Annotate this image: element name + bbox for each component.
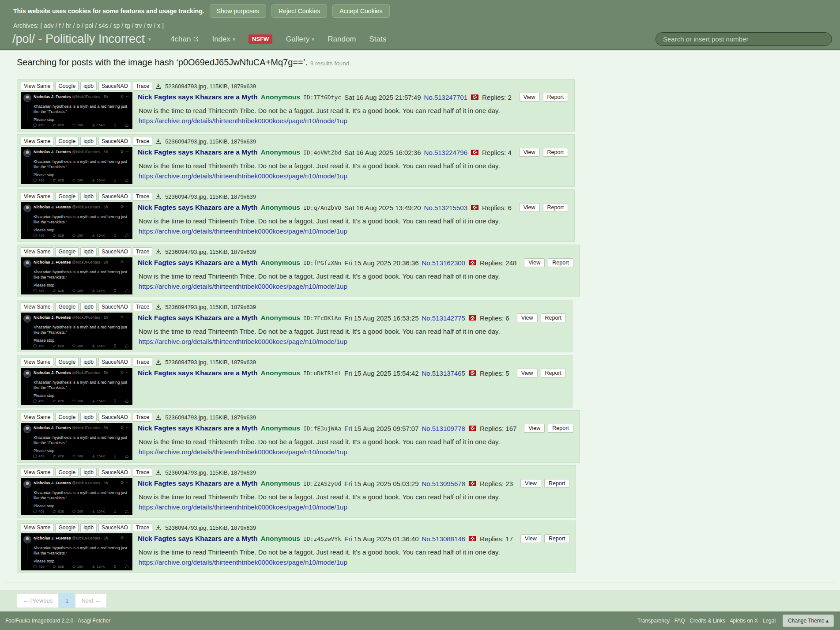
view-same-button[interactable]: View Same (21, 192, 53, 201)
download-icon[interactable] (155, 525, 161, 531)
accept-cookies-button[interactable]: Accept Cookies (332, 4, 389, 18)
saucenao-search-button[interactable]: SauceNAO (98, 247, 131, 256)
trace-search-button[interactable]: Trace (133, 82, 152, 91)
post-thumbnail-tweet[interactable]: Nicholas J. Fuentes @NickJFuentes · 5h ⊘… (21, 368, 132, 405)
report-post-button[interactable]: Report (541, 369, 566, 377)
post-number-link[interactable]: No.513109778 (422, 425, 465, 432)
post-thumbnail-tweet[interactable]: Nicholas J. Fuentes @NickJFuentes · 5h ⊘… (21, 202, 132, 239)
view-post-button[interactable]: View (520, 479, 541, 488)
archive-org-link[interactable]: https://archive.org/details/thirteenthtr… (139, 447, 347, 457)
google-search-button[interactable]: Google (55, 302, 79, 311)
google-search-button[interactable]: Google (55, 358, 79, 366)
archive-org-link[interactable]: https://archive.org/details/thirteenthtr… (139, 116, 347, 126)
google-search-button[interactable]: Google (55, 137, 79, 146)
footer-link[interactable]: Legal (763, 618, 776, 624)
report-post-button[interactable]: Report (543, 203, 569, 212)
nav-index-dropdown[interactable]: Index ▾ (212, 35, 235, 44)
view-same-button[interactable]: View Same (21, 413, 53, 422)
nav-random-link[interactable]: Random (328, 35, 356, 44)
file-meta-link[interactable]: 5236094793.jpg, 115KiB, 1879x639 (165, 414, 256, 421)
google-search-button[interactable]: Google (55, 468, 79, 477)
iqdb-search-button[interactable]: iqdb (80, 192, 97, 201)
post-number-link[interactable]: No.513215503 (424, 204, 467, 211)
saucenao-search-button[interactable]: SauceNAO (98, 468, 131, 477)
download-icon[interactable] (155, 470, 161, 475)
report-post-button[interactable]: Report (543, 148, 569, 157)
google-search-button[interactable]: Google (55, 413, 79, 422)
reject-cookies-button[interactable]: Reject Cookies (271, 4, 327, 18)
search-input[interactable] (655, 32, 832, 46)
post-thumbnail-tweet[interactable]: Nicholas J. Fuentes @NickJFuentes · 5h ⊘… (21, 257, 132, 294)
file-meta-link[interactable]: 5236094793.jpg, 115KiB, 1879x639 (165, 138, 256, 145)
view-same-button[interactable]: View Same (21, 523, 53, 532)
post-number-link[interactable]: No.513224796 (424, 149, 467, 156)
iqdb-search-button[interactable]: iqdb (80, 358, 97, 366)
google-search-button[interactable]: Google (55, 523, 79, 532)
saucenao-search-button[interactable]: SauceNAO (98, 82, 131, 91)
report-post-button[interactable]: Report (548, 424, 573, 433)
view-post-button[interactable]: View (517, 313, 538, 322)
view-post-button[interactable]: View (519, 93, 540, 102)
google-search-button[interactable]: Google (55, 247, 79, 256)
report-post-button[interactable]: Report (544, 534, 570, 543)
archive-board-link[interactable]: pol (85, 22, 94, 29)
post-number-link[interactable]: No.513088146 (422, 535, 465, 543)
nav-4chan-link[interactable]: 4chan (170, 35, 199, 44)
file-meta-link[interactable]: 5236094793.jpg, 115KiB, 1879x639 (165, 359, 256, 366)
trace-search-button[interactable]: Trace (133, 137, 152, 146)
previous-page-button[interactable]: ← Previous (17, 593, 59, 608)
post-number-link[interactable]: No.513142775 (422, 314, 465, 322)
file-meta-link[interactable]: 5236094793.jpg, 115KiB, 1879x639 (165, 83, 256, 90)
download-icon[interactable] (155, 194, 161, 200)
archive-board-link[interactable]: sp (113, 22, 120, 29)
file-meta-link[interactable]: 5236094793.jpg, 115KiB, 1879x639 (165, 469, 256, 476)
archive-board-link[interactable]: hr (66, 22, 71, 29)
archive-org-link[interactable]: https://archive.org/details/thirteenthtr… (139, 558, 347, 567)
post-thumbnail-tweet[interactable]: Nicholas J. Fuentes @NickJFuentes · 5h ⊘… (21, 478, 132, 515)
saucenao-search-button[interactable]: SauceNAO (98, 523, 131, 532)
trace-search-button[interactable]: Trace (133, 523, 152, 532)
nav-gallery-dropdown[interactable]: Gallery ▾ (286, 35, 314, 44)
saucenao-search-button[interactable]: SauceNAO (98, 192, 131, 201)
post-number-link[interactable]: No.513137465 (422, 370, 465, 377)
current-page-button[interactable]: 1 (59, 593, 75, 608)
post-thumbnail-tweet[interactable]: Nicholas J. Fuentes @NickJFuentes · 5h ⊘… (21, 533, 132, 570)
download-icon[interactable] (155, 415, 161, 420)
report-post-button[interactable]: Report (543, 93, 569, 102)
saucenao-search-button[interactable]: SauceNAO (98, 413, 131, 422)
iqdb-search-button[interactable]: iqdb (80, 302, 97, 311)
view-post-button[interactable]: View (519, 203, 540, 212)
footer-link[interactable]: Transparency (637, 618, 670, 624)
report-post-button[interactable]: Report (541, 313, 566, 322)
archive-board-link[interactable]: f (59, 22, 61, 29)
iqdb-search-button[interactable]: iqdb (80, 413, 97, 422)
download-icon[interactable] (155, 83, 161, 89)
nav-stats-link[interactable]: Stats (369, 35, 387, 44)
post-thumbnail-tweet[interactable]: Nicholas J. Fuentes @NickJFuentes · 5h ⊘… (21, 147, 132, 184)
post-number-link[interactable]: No.513247701 (424, 94, 467, 101)
archive-board-link[interactable]: trv (135, 22, 142, 29)
view-post-button[interactable]: View (524, 424, 545, 433)
google-search-button[interactable]: Google (55, 192, 79, 201)
next-page-button[interactable]: Next → (75, 593, 106, 608)
archive-board-link[interactable]: tg (125, 22, 130, 29)
view-post-button[interactable]: View (524, 258, 545, 267)
saucenao-search-button[interactable]: SauceNAO (98, 358, 131, 366)
file-meta-link[interactable]: 5236094793.jpg, 115KiB, 1879x639 (165, 524, 256, 531)
change-theme-button[interactable]: Change Theme ▴ (783, 615, 834, 627)
archive-org-link[interactable]: https://archive.org/details/thirteenthtr… (139, 502, 347, 512)
trace-search-button[interactable]: Trace (133, 192, 152, 201)
view-same-button[interactable]: View Same (21, 302, 53, 311)
archive-board-link[interactable]: s4s (98, 22, 108, 29)
iqdb-search-button[interactable]: iqdb (80, 82, 97, 91)
view-same-button[interactable]: View Same (21, 82, 53, 91)
iqdb-search-button[interactable]: iqdb (80, 247, 97, 256)
post-number-link[interactable]: No.513162300 (422, 259, 465, 267)
saucenao-search-button[interactable]: SauceNAO (98, 137, 131, 146)
archive-board-link[interactable]: x (157, 22, 160, 29)
trace-search-button[interactable]: Trace (133, 413, 152, 422)
view-same-button[interactable]: View Same (21, 358, 53, 366)
view-same-button[interactable]: View Same (21, 468, 53, 477)
download-icon[interactable] (155, 249, 161, 255)
iqdb-search-button[interactable]: iqdb (80, 468, 97, 477)
